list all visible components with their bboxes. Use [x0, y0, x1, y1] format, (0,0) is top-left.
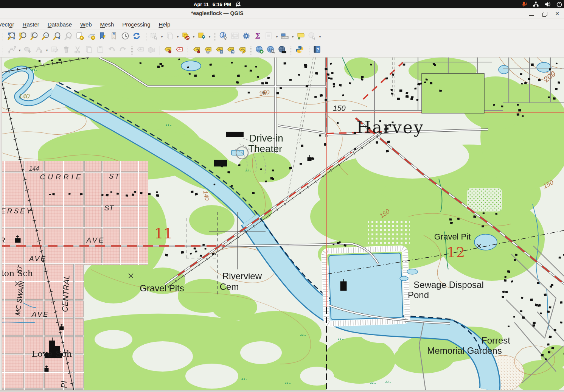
new-annotation-button — [306, 31, 318, 42]
processing-toolbox-icon — [242, 31, 251, 42]
metasearch-catalog-icon — [278, 45, 287, 56]
new-map-view-button[interactable] — [74, 31, 85, 42]
change-label-properties-button[interactable]: abc — [236, 45, 248, 56]
toolbar-grip — [308, 46, 310, 54]
map-label-ave-2: AVE — [29, 255, 47, 263]
drive-in-screen — [214, 160, 227, 166]
map-label-drive-in-2: Theater — [248, 143, 282, 154]
measure-line-button[interactable] — [279, 31, 291, 42]
pin-labels-button[interactable]: ab — [191, 45, 202, 56]
run-feature-action-dropdown[interactable]: ▾ — [207, 31, 212, 42]
layer-labeling-options-button[interactable]: ab — [162, 45, 174, 56]
zoom-to-native-resolution-icon: 1:1 — [41, 31, 50, 42]
diagram-layer-icon — [147, 45, 156, 56]
zoom-last-button[interactable] — [51, 31, 63, 42]
map-label-jersey: ERSEY — [1, 207, 33, 215]
deselect-features-dropdown[interactable]: ▾ — [191, 31, 196, 42]
undo-button — [106, 45, 117, 56]
new-spatial-bookmark-icon — [98, 31, 107, 42]
map-label-contour-144: 144 — [29, 165, 39, 172]
move-label-button[interactable]: abc — [214, 45, 225, 56]
zoom-to-layer-button[interactable] — [17, 31, 29, 42]
close-button[interactable]: ✕ — [554, 11, 560, 17]
measure-line-dropdown[interactable]: ▾ — [291, 31, 295, 42]
toolbar-grip — [290, 46, 293, 54]
delete-selected-button — [61, 45, 72, 56]
clock-menu[interactable]: Apr 11 6:16 PM — [194, 0, 241, 8]
label-layer-button: abc — [135, 45, 146, 56]
title-bar[interactable]: *eaglesflock — QGIS ✕ — [0, 8, 564, 19]
statistical-summary-button[interactable]: Σ — [252, 31, 263, 42]
menu-web[interactable]: Web — [76, 20, 96, 29]
show-spatial-bookmarks-button[interactable] — [108, 31, 120, 42]
new-annotation-dropdown: ▾ — [318, 31, 322, 42]
web-service-search-icon — [266, 45, 275, 56]
temporal-controller-button[interactable] — [120, 31, 131, 42]
layer-diagram-options-button[interactable]: abc — [174, 45, 185, 56]
map-label-harvey: Harvey — [356, 118, 424, 137]
new-spatial-bookmark-button[interactable] — [97, 31, 108, 42]
sewage-pond — [324, 248, 408, 324]
topo-map: HarveyDrive-inTheaterCURRIESTERSEYSTAVER… — [0, 58, 564, 390]
power-icon[interactable] — [556, 1, 562, 8]
window-title: *eaglesflock — QGIS — [191, 10, 244, 16]
redo-icon — [118, 45, 127, 56]
digitizing-labeling-toolbar: ▾▾abcababcababcabcabcabc? — [0, 43, 564, 58]
select-features-dropdown: ▾ — [160, 31, 164, 42]
svg-text:Σ: Σ — [255, 31, 260, 40]
svg-text:1:1: 1:1 — [45, 34, 48, 36]
map-label-gravel-pit: Gravel Pit — [434, 232, 471, 241]
restore-button[interactable] — [541, 11, 547, 17]
undo-icon — [107, 45, 116, 56]
network-icon[interactable] — [533, 1, 539, 8]
map-label-riverview-cem: Cem — [220, 282, 239, 292]
menu-mesh[interactable]: Mesh — [96, 20, 118, 29]
identify-features-button[interactable]: i — [218, 31, 229, 42]
map-label-ave-3: AVE — [31, 310, 49, 318]
zoom-full-button[interactable] — [6, 31, 17, 42]
rotate-label-button[interactable]: abc — [225, 45, 236, 56]
zoom-last-icon — [53, 31, 62, 42]
menu-help[interactable]: Help — [154, 20, 174, 29]
new-3d-map-view-button[interactable] — [85, 31, 97, 42]
toolbar-separator — [160, 46, 160, 55]
map-tips-icon — [296, 31, 305, 42]
highlight-pinned-labels-button[interactable]: abc — [202, 45, 214, 56]
web-service-search-button[interactable] — [265, 45, 277, 56]
deselect-features-button[interactable] — [180, 31, 191, 42]
help-contents-button[interactable]: ? — [311, 45, 323, 56]
map-tips-button[interactable] — [295, 31, 306, 42]
digitize-with-segment-dropdown: ▾ — [17, 45, 22, 56]
highlight-pinned-labels-icon: abc — [204, 45, 213, 56]
volume-icon[interactable] — [544, 1, 551, 8]
zoom-next-icon — [64, 31, 73, 42]
map-label-pi-street: PI — [60, 381, 68, 388]
zoom-to-native-resolution-button[interactable]: 1:1 — [40, 31, 51, 42]
open-attribute-table-icon — [230, 31, 239, 42]
zoom-to-selection-button[interactable] — [29, 31, 40, 42]
menu-raster[interactable]: Raster — [19, 20, 44, 29]
left-panel-edge[interactable] — [0, 58, 2, 390]
orchard-area — [368, 221, 410, 245]
run-feature-action-button[interactable] — [196, 31, 207, 42]
processing-toolbox-button[interactable] — [241, 31, 252, 42]
menu-processing[interactable]: Processing — [118, 20, 154, 29]
toolbar-grip — [187, 46, 190, 54]
python-console-button[interactable] — [294, 45, 305, 56]
minimize-button[interactable] — [528, 11, 534, 17]
web-service-add-button[interactable] — [254, 45, 265, 56]
menu-vector[interactable]: Vector — [0, 20, 19, 29]
svg-text:abc: abc — [139, 48, 143, 50]
toolbar-grip — [250, 46, 253, 54]
map-label-gravel-pits: Gravel Pits — [140, 283, 184, 293]
vertex-tool-button — [33, 45, 45, 56]
map-canvas[interactable]: HarveyDrive-inTheaterCURRIESTERSEYSTAVER… — [0, 58, 564, 390]
microphone-icon[interactable] — [521, 1, 527, 8]
help-contents-icon: ? — [312, 45, 322, 56]
menu-database[interactable]: Database — [44, 20, 76, 29]
refresh-button[interactable] — [131, 31, 142, 42]
rotate-label-icon: abc — [226, 45, 235, 56]
metasearch-catalog-button[interactable] — [277, 45, 288, 56]
change-label-properties-icon: abc — [238, 45, 247, 56]
notifications-muted-icon — [235, 1, 241, 8]
